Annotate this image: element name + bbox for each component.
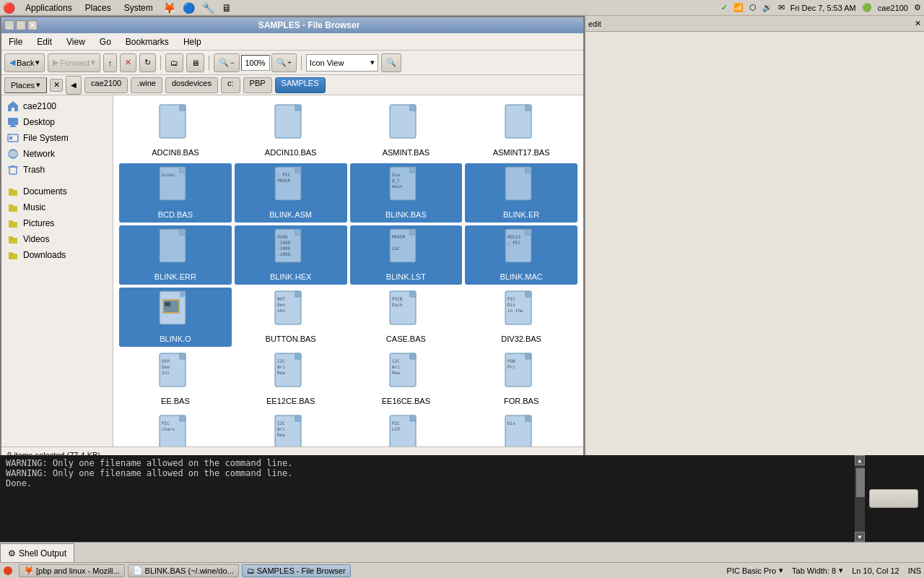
file-label: ASMINT.BAS [380,147,432,158]
file-item[interactable]: PICBEach CASE.BAS [350,288,463,347]
breadcrumb-samples[interactable]: SAMPLES [275,77,326,93]
sidebar-item-videos[interactable]: Videos [1,231,113,247]
file-item[interactable]: NOLIS; PIC BLINK.MAC [465,225,578,285]
app-menu-places[interactable]: Places [82,3,114,13]
breadcrumb-dosdevices[interactable]: dosdevices [165,77,218,93]
back-small-btn[interactable]: ◀ [66,76,82,95]
menu-go[interactable]: Go [95,35,116,48]
taskbar-item-editor[interactable]: 📄 BLINK.BAS (~/.wine/do... [128,564,239,577]
back-button[interactable]: ◀ Back ▾ [4,53,45,72]
file-item[interactable]: FORPri FOR.BAS [465,350,578,409]
menu-bookmarks[interactable]: Bookmarks [121,35,173,48]
titlebar-close-btn[interactable]: ✕ [27,20,38,30]
sidebar-item-documents[interactable]: Documents [1,184,113,199]
editor-tab-icon: 📄 [133,566,143,575]
toolbar-sep-1 [160,56,161,70]
file-label: BLINK.O [157,334,193,344]
file-item[interactable]: ASMINT17.BAS [465,101,578,160]
taskbar-item-browser[interactable]: 🦊 [pbp and linux - Mozill... [19,564,125,577]
tab-width-selector[interactable]: Tab Width: 8 ▾ [792,566,843,575]
taskbar-logo [3,566,13,576]
computer-button[interactable]: 🖥 [186,53,204,72]
sidebar-item-pictures[interactable]: Pictures [1,215,113,231]
svg-rect-43 [180,229,186,235]
zoom-in-button[interactable]: 🔍 + [271,53,297,72]
zoom-out-button[interactable]: 🔍 − [214,53,239,72]
location-bar: Places ▾ ✕ ◀ cae2100 .wine dosdevices c:… [1,75,583,95]
terminal-scroll-up-btn[interactable]: ▲ [855,455,865,465]
file-item[interactable]: 0200:1000:1000:1000 BLINK.HEX [235,225,347,285]
file-item[interactable]: BUTDensho BUTTON.BAS [235,288,347,347]
breadcrumb-c[interactable]: c: [221,77,240,93]
taskbar-browser-label: [pbp and linux - Mozill... [36,566,120,575]
terminal-scroll-down-btn[interactable]: ▼ [855,532,865,542]
view-select[interactable]: Icon View ▾ [306,54,378,72]
svg-rect-8 [9,167,17,174]
svg-rect-19 [410,105,416,111]
app-menu-applications[interactable]: Applications [22,3,75,13]
menu-view[interactable]: View [62,35,90,48]
file-area[interactable]: ADCIN8.BAS ADCIN10.BAS ASMINT.BAS ASMINT… [113,95,583,447]
sidebar-item-cae2100[interactable]: cae2100 [1,98,113,114]
file-item[interactable]: binou BCD.BAS [119,163,232,223]
file-label: ADCIN10.BAS [263,147,319,158]
svg-text:Pri: Pri [507,364,515,369]
file-item[interactable]: BLINK.O [119,288,232,347]
menu-edit[interactable]: Edit [32,35,56,48]
forward-button[interactable]: ▶ Forward ▾ [48,53,100,72]
places-dropdown-btn[interactable]: Places ▾ [4,77,47,93]
breadcrumb-pbp[interactable]: PBP [243,77,272,93]
file-item[interactable]: BLINK.ER [465,163,578,223]
file-grid: ADCIN8.BAS ADCIN10.BAS ASMINT.BAS ASMINT… [113,95,583,447]
close-location-btn[interactable]: ✕ [50,79,63,92]
stop-button[interactable]: ✕ [120,53,136,72]
file-item[interactable]: BLINK.ERR [119,225,232,285]
file-item[interactable]: EEPDemIni EE.BAS [119,350,232,409]
file-item[interactable]: MPASMLOC BLINK.LST [350,225,463,285]
back-nav-icon: ◀ [71,81,77,89]
sidebar-item-network[interactable]: Network [1,146,113,162]
sidebar-item-filesystem[interactable]: File System [1,130,113,146]
sidebar-item-downloads[interactable]: Downloads [1,247,113,263]
svg-text:FOR: FOR [507,358,515,363]
terminal-scroll-thumb [856,468,865,497]
file-item[interactable]: I2CWriRea EE12CE.BAS [235,350,347,409]
svg-text:LCD: LCD [392,426,400,431]
sidebar-item-music[interactable]: Music [1,199,113,215]
file-item[interactable]: ASMINT.BAS [350,101,463,160]
taskbar-filebrowser-label: SAMPLES - File Browser [257,566,346,575]
file-item[interactable]: Dis LOGIC.BAS [465,412,578,447]
home-button[interactable]: 🗂 [165,53,183,72]
search-button[interactable]: 🔍 [381,53,401,72]
file-item[interactable]: ADCIN8.BAS [119,101,232,160]
menu-help[interactable]: Help [179,35,206,48]
zoom-input[interactable] [241,55,270,71]
editor-titlebar-close-btn[interactable]: ✕ [915,19,921,28]
stop-button[interactable]: Stop [869,489,918,508]
sidebar-item-trash[interactable]: Trash [1,162,113,178]
language-selector[interactable]: PIC Basic Pro ▾ [727,566,783,575]
breadcrumb-cae2100[interactable]: cae2100 [84,77,128,93]
file-item[interactable]: I2CWriRea I2C.BAS [235,412,347,447]
shell-output-tab[interactable]: ⚙ Shell Output [0,543,74,562]
file-item[interactable]: ; PICPROGR BLINK.ASM [235,163,347,223]
sidebar-item-desktop[interactable]: Desktop [1,114,113,130]
terminal-line: WARNING: Only one filename allowed on th… [6,458,918,468]
app-menu-system[interactable]: System [121,3,156,13]
file-item[interactable]: PICcharv HSER.BAS [119,412,232,447]
file-item[interactable]: Exa@_Cmain BLINK.BAS [350,163,463,223]
titlebar-minimize-btn[interactable]: _ [4,20,14,30]
svg-rect-13 [180,105,186,111]
file-item[interactable]: I2CWriRea EE16CE.BAS [350,350,463,409]
menu-file[interactable]: File [4,35,27,48]
up-button[interactable]: ↑ [103,53,118,72]
refresh-button[interactable]: ↻ [139,53,156,72]
file-item[interactable]: PICDivin the DIV32.BAS [465,288,578,347]
back-label: Back [17,59,34,67]
taskbar-item-filebrowser[interactable]: 🗂 SAMPLES - File Browser [242,564,351,577]
breadcrumb-wine[interactable]: .wine [131,77,162,93]
svg-rect-109 [180,415,186,421]
file-item[interactable]: PICLCD LCD.BAS [350,412,463,447]
titlebar-maximize-btn[interactable]: □ [16,20,26,30]
file-item[interactable]: ADCIN10.BAS [235,101,347,160]
